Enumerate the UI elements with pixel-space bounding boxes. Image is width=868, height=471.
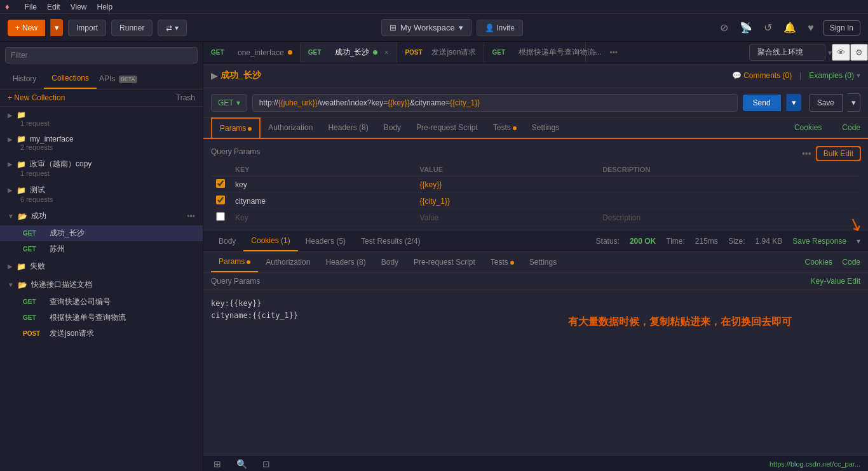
save-button[interactable]: Save xyxy=(809,94,843,112)
save-response-arrow[interactable]: ▾ xyxy=(857,237,860,246)
collection-item-6[interactable]: ▼ 📂 快递接口描述文档 xyxy=(0,275,203,294)
more-icon[interactable]: ••• xyxy=(802,149,811,159)
sign-in-button[interactable]: Sign In xyxy=(823,20,860,36)
new-collection-button[interactable]: + New Collection xyxy=(8,93,65,102)
send-dropdown-button[interactable]: ▾ xyxy=(786,94,801,111)
tab-close-1[interactable]: ✕ xyxy=(384,49,389,56)
menu-help[interactable]: Help xyxy=(97,3,112,11)
menu-edit[interactable]: Edit xyxy=(47,3,60,11)
collection-item-4[interactable]: ▼ 📂 成功 ••• xyxy=(0,207,203,225)
new-dropdown-button[interactable]: ▾ xyxy=(50,19,63,36)
save-dropdown-button[interactable]: ▾ xyxy=(848,93,860,112)
new-button[interactable]: + New xyxy=(8,20,45,36)
param-key-2[interactable]: Key xyxy=(230,209,415,226)
refresh-icon-button[interactable]: ↺ xyxy=(761,19,775,36)
tab-apis-container[interactable]: APIs BETA xyxy=(97,69,140,88)
param-value-0[interactable]: {{key}} xyxy=(415,176,598,193)
invite-button[interactable]: 👤 Invite xyxy=(477,20,523,36)
collection-more-icon-4[interactable]: ••• xyxy=(187,212,195,221)
save-response-button[interactable]: Save Response xyxy=(792,237,846,246)
req-tab-prerequest[interactable]: Pre-request Script xyxy=(409,118,485,137)
disable-icon-button[interactable]: ⊘ xyxy=(717,19,731,36)
param-check-0[interactable] xyxy=(216,179,225,188)
tab-more-button[interactable]: ••• xyxy=(603,43,624,62)
method-select[interactable]: GET ▾ xyxy=(211,94,247,112)
code-link[interactable]: Code xyxy=(842,123,860,132)
send-button[interactable]: Send xyxy=(743,95,781,111)
lower-tab-headers[interactable]: Headers (8) xyxy=(318,253,373,272)
status-grid-button[interactable]: ⊞ xyxy=(211,456,224,472)
tab-one-interface[interactable]: GET one_interface xyxy=(203,43,301,62)
lower-tab-prerequest[interactable]: Pre-request Script xyxy=(406,253,483,272)
req-tab-headers[interactable]: Headers (8) xyxy=(320,118,376,137)
param-desc-1[interactable] xyxy=(597,193,860,209)
tab-chenggong-changsha[interactable]: GET 成功_长沙 ✕ xyxy=(301,42,398,63)
req-tab-params[interactable]: Params xyxy=(211,117,261,138)
url-input-display[interactable]: http://{{juhe_urk}}/weather/index?key={{… xyxy=(252,94,738,112)
lower-tab-params[interactable]: Params xyxy=(211,252,258,272)
tab-post-json[interactable]: POST 发送json请求 xyxy=(397,42,484,63)
resp-tab-headers[interactable]: Headers (5) xyxy=(298,232,353,251)
folder-icon-3: 📁 xyxy=(17,186,26,195)
examples-button[interactable]: Examples (0) xyxy=(809,71,854,80)
request-item-6-2[interactable]: POST 发送json请求 xyxy=(0,326,203,342)
cookies-link[interactable]: Cookies xyxy=(794,123,822,132)
tab-collections[interactable]: Collections xyxy=(44,69,97,89)
lower-tab-authorization[interactable]: Authorization xyxy=(258,253,318,272)
param-value-1[interactable]: {{city_1}} xyxy=(415,193,598,209)
req-tab-settings[interactable]: Settings xyxy=(524,118,567,137)
param-check-1[interactable] xyxy=(216,196,225,204)
bell-icon-button[interactable]: 🔔 xyxy=(781,19,799,36)
collection-item-0[interactable]: ▶ 📁 1 request xyxy=(0,107,203,131)
sync-button[interactable]: ⇄ ▾ xyxy=(158,20,186,36)
resp-tab-body[interactable]: Body xyxy=(211,232,243,251)
separator: | xyxy=(799,71,801,80)
invite-label: Invite xyxy=(496,23,515,32)
param-check-2[interactable] xyxy=(216,212,225,221)
chevron-icon-3: ▶ xyxy=(8,187,13,194)
collection-item-2[interactable]: ▶ 📁 政审（越南）copy 1 request xyxy=(0,155,203,181)
status-layout-button[interactable]: ⊡ xyxy=(260,456,273,472)
request-item-6-1[interactable]: GET 根据快递单号查询物流 xyxy=(0,310,203,326)
tab-logistics[interactable]: GET 根据快递单号查询物流... xyxy=(484,42,586,63)
tab-history[interactable]: History xyxy=(5,69,44,88)
request-item-4-0[interactable]: GET 成功_长沙 xyxy=(0,225,203,241)
menu-file[interactable]: File xyxy=(25,3,37,11)
collection-item-3[interactable]: ▶ 📁 测试 6 requests xyxy=(0,181,203,207)
req-tab-body[interactable]: Body xyxy=(376,118,409,137)
req-tab-authorization[interactable]: Authorization xyxy=(261,118,320,137)
bulk-edit-button[interactable]: Bulk Edit xyxy=(817,147,860,161)
tab-add-button[interactable]: + xyxy=(586,43,603,62)
lower-tab-settings[interactable]: Settings xyxy=(522,253,564,272)
key-value-edit-button[interactable]: Key-Value Edit xyxy=(811,277,861,286)
request-item-4-1[interactable]: GET 苏州 xyxy=(0,241,203,257)
comments-button[interactable]: 💬 Comments (0) xyxy=(732,71,792,80)
sidebar-search-input[interactable] xyxy=(5,47,198,63)
collection-item-1[interactable]: ▶ 📁 my_interface 2 requests xyxy=(0,131,203,155)
lower-cookies-link[interactable]: Cookies xyxy=(805,258,832,267)
response-title-box[interactable]: 聚合线上环境 xyxy=(749,44,825,61)
status-search-button[interactable]: 🔍 xyxy=(234,456,250,472)
eye-button[interactable]: 👁 xyxy=(832,44,850,61)
import-button[interactable]: Import xyxy=(68,20,106,36)
lower-code-link[interactable]: Code xyxy=(842,258,860,267)
heart-icon-button[interactable]: ♥ xyxy=(805,20,817,36)
trash-button[interactable]: Trash xyxy=(176,93,195,102)
menu-view[interactable]: View xyxy=(71,3,87,11)
satellite-icon-button[interactable]: 📡 xyxy=(737,19,755,36)
resp-tab-cookies[interactable]: Cookies (1) xyxy=(243,231,297,251)
workspace-selector[interactable]: ⊞ My Workspace ▾ xyxy=(381,19,471,36)
req-tab-tests[interactable]: Tests xyxy=(485,118,524,137)
lower-tab-tests[interactable]: Tests xyxy=(483,253,522,272)
request-item-6-0[interactable]: GET 查询快递公司编号 xyxy=(0,294,203,310)
resp-tab-testresults[interactable]: Test Results (2/4) xyxy=(353,232,428,251)
runner-button[interactable]: Runner xyxy=(111,20,153,36)
param-key-1[interactable]: cityname xyxy=(230,193,415,209)
lower-tab-body[interactable]: Body xyxy=(374,253,406,272)
collection-item-5[interactable]: ▶ 📁 失败 xyxy=(0,257,203,275)
param-desc-0[interactable] xyxy=(597,176,860,193)
param-value-2[interactable]: Value xyxy=(415,209,598,226)
gear-button[interactable]: ⚙ xyxy=(850,44,868,61)
param-desc-2[interactable]: Description xyxy=(597,209,860,226)
param-key-0[interactable]: key xyxy=(230,176,415,193)
